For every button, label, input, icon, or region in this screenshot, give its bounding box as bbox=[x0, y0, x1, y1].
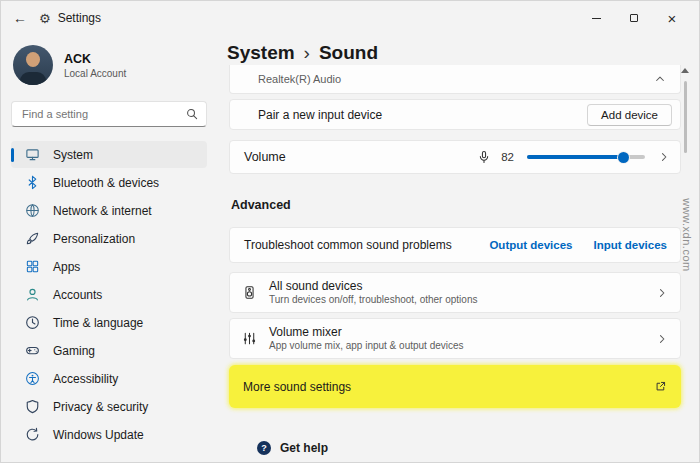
back-button[interactable]: ← bbox=[1, 10, 39, 26]
sidebar-nav: System Bluetooth & devices Network & int… bbox=[11, 141, 207, 448]
row-text: Volume mixer App volume mix, app input &… bbox=[269, 325, 645, 353]
user-role: Local Account bbox=[64, 68, 126, 79]
all-sound-devices-subtitle: Turn devices on/off, troubleshoot, other… bbox=[269, 294, 645, 307]
more-sound-settings-row[interactable]: More sound settings bbox=[229, 365, 681, 408]
slider-thumb[interactable] bbox=[618, 152, 629, 163]
clock-icon bbox=[24, 315, 40, 331]
all-sound-devices-title: All sound devices bbox=[269, 279, 645, 294]
sidebar-item-label: Personalization bbox=[53, 232, 135, 246]
scrollbar-up-arrow[interactable] bbox=[681, 68, 689, 73]
troubleshoot-links: Output devices Input devices bbox=[489, 239, 667, 251]
person-icon bbox=[24, 287, 40, 303]
breadcrumb-parent[interactable]: System bbox=[227, 42, 295, 64]
sidebar-item-windows-update[interactable]: Windows Update bbox=[11, 421, 207, 448]
sidebar-item-gaming[interactable]: Gaming bbox=[11, 337, 207, 364]
user-account[interactable]: ACK Local Account bbox=[13, 45, 207, 85]
sound-device-icon bbox=[240, 285, 258, 300]
more-sound-settings-label: More sound settings bbox=[243, 380, 351, 394]
volume-slider[interactable] bbox=[527, 150, 645, 164]
scrollbar-thumb[interactable] bbox=[684, 81, 687, 153]
sidebar-item-label: Apps bbox=[53, 260, 80, 274]
sidebar-item-label: Time & language bbox=[53, 316, 143, 330]
troubleshoot-row: Troubleshoot common sound problems Outpu… bbox=[229, 227, 681, 263]
volume-value: 82 bbox=[499, 151, 514, 163]
input-device-name: Realtek(R) Audio bbox=[258, 73, 341, 85]
maximize-icon bbox=[630, 14, 638, 22]
get-help-label: Get help bbox=[280, 441, 328, 455]
avatar bbox=[13, 45, 53, 85]
row-text: All sound devices Turn devices on/off, t… bbox=[269, 279, 645, 307]
page-title: Sound bbox=[319, 42, 378, 64]
sidebar-item-privacy-security[interactable]: Privacy & security bbox=[11, 393, 207, 420]
monitor-icon bbox=[24, 147, 40, 163]
close-button[interactable]: × bbox=[653, 1, 691, 35]
minimize-button[interactable] bbox=[577, 1, 615, 35]
sidebar-item-apps[interactable]: Apps bbox=[11, 253, 207, 280]
settings-window: ← ⚙ Settings × ACK Local Account bbox=[0, 0, 700, 463]
input-devices-link[interactable]: Input devices bbox=[594, 239, 668, 251]
advanced-section-heading: Advanced bbox=[231, 198, 291, 212]
close-icon: × bbox=[668, 11, 677, 26]
settings-gear-icon: ⚙ bbox=[39, 11, 51, 26]
volume-row[interactable]: Volume 82 bbox=[229, 140, 681, 174]
titlebar: ← ⚙ Settings × bbox=[1, 1, 699, 35]
app-title: ⚙ Settings bbox=[39, 11, 101, 26]
sidebar-item-label: Bluetooth & devices bbox=[53, 176, 159, 190]
sidebar-item-label: Windows Update bbox=[53, 428, 144, 442]
accessibility-icon bbox=[24, 371, 40, 387]
app-title-label: Settings bbox=[58, 11, 101, 25]
all-sound-devices-row[interactable]: All sound devices Turn devices on/off, t… bbox=[229, 272, 681, 313]
sidebar-item-label: Privacy & security bbox=[53, 400, 148, 414]
watermark: www.xdn.com bbox=[681, 193, 693, 277]
pair-input-device-row: Pair a new input device Add device bbox=[229, 99, 681, 130]
microphone-icon bbox=[477, 150, 491, 164]
gamepad-icon bbox=[24, 343, 40, 359]
minimize-icon bbox=[592, 18, 601, 19]
shield-icon bbox=[24, 399, 40, 415]
external-link-icon bbox=[654, 380, 667, 393]
sidebar-item-bluetooth-devices[interactable]: Bluetooth & devices bbox=[11, 169, 207, 196]
help-icon: ? bbox=[257, 441, 271, 455]
apps-grid-icon bbox=[24, 259, 40, 275]
sidebar-item-label: Accounts bbox=[53, 288, 102, 302]
sidebar-item-label: System bbox=[53, 148, 93, 162]
sidebar-item-label: Network & internet bbox=[53, 204, 152, 218]
output-devices-link[interactable]: Output devices bbox=[489, 239, 572, 251]
sidebar-item-accessibility[interactable]: Accessibility bbox=[11, 365, 207, 392]
sidebar: ACK Local Account System Bluetooth & dev… bbox=[1, 35, 217, 462]
sidebar-item-personalization[interactable]: Personalization bbox=[11, 225, 207, 252]
troubleshoot-label: Troubleshoot common sound problems bbox=[244, 238, 452, 252]
main-content: System › Sound Realtek(R) Audio Pair a n… bbox=[217, 35, 699, 462]
input-device-row[interactable]: Realtek(R) Audio bbox=[229, 65, 681, 94]
paintbrush-icon bbox=[24, 231, 40, 247]
breadcrumb-separator-icon: › bbox=[304, 42, 310, 64]
volume-mixer-row[interactable]: Volume mixer App volume mix, app input &… bbox=[229, 318, 681, 359]
breadcrumb: System › Sound bbox=[227, 42, 378, 64]
slider-fill bbox=[527, 155, 624, 159]
sidebar-item-label: Accessibility bbox=[53, 372, 118, 386]
chevron-right-icon bbox=[658, 151, 670, 163]
update-refresh-icon bbox=[24, 427, 40, 443]
avatar-body bbox=[20, 72, 46, 85]
sidebar-item-time-language[interactable]: Time & language bbox=[11, 309, 207, 336]
user-name: ACK bbox=[64, 51, 126, 67]
avatar-head bbox=[26, 52, 40, 67]
sidebar-item-system[interactable]: System bbox=[11, 141, 207, 168]
chevron-right-icon bbox=[656, 287, 668, 299]
back-arrow-icon: ← bbox=[13, 10, 27, 26]
sidebar-item-accounts[interactable]: Accounts bbox=[11, 281, 207, 308]
pair-input-device-label: Pair a new input device bbox=[258, 108, 382, 122]
maximize-button[interactable] bbox=[615, 1, 653, 35]
search-input[interactable] bbox=[12, 102, 206, 126]
sidebar-item-network-internet[interactable]: Network & internet bbox=[11, 197, 207, 224]
window-controls: × bbox=[577, 1, 691, 35]
add-device-button[interactable]: Add device bbox=[587, 104, 672, 126]
chevron-up-icon bbox=[654, 73, 666, 85]
volume-label: Volume bbox=[244, 150, 469, 164]
volume-mixer-title: Volume mixer bbox=[269, 325, 645, 340]
search-box bbox=[11, 101, 207, 127]
get-help-link[interactable]: ? Get help bbox=[257, 441, 328, 455]
volume-mixer-icon bbox=[240, 331, 258, 346]
search-icon bbox=[186, 108, 198, 120]
volume-mixer-subtitle: App volume mix, app input & output devic… bbox=[269, 340, 645, 353]
